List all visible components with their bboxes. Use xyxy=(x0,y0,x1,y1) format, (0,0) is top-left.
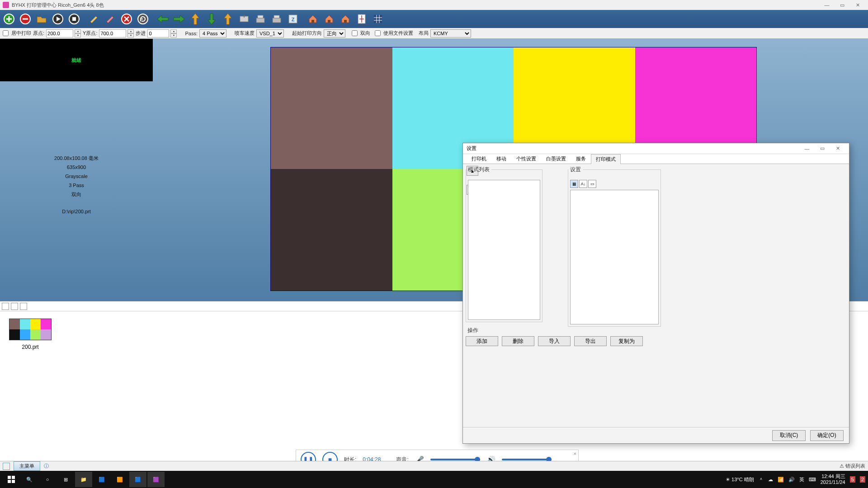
mode-settings-group: 设置 ▦ A↓ ▭ xyxy=(568,166,661,327)
clock[interactable]: 12:44 周三 2021/11/24 xyxy=(821,474,845,485)
thumb-tool-1[interactable] xyxy=(2,303,9,310)
svg-rect-21 xyxy=(8,480,11,483)
import-button[interactable]: 导入 xyxy=(538,336,571,346)
home2-button[interactable] xyxy=(322,12,336,26)
origin-y-input[interactable] xyxy=(99,29,126,38)
printer1-button[interactable] xyxy=(253,12,268,26)
add-button[interactable]: 添加 xyxy=(466,336,498,346)
close-button[interactable]: ✕ xyxy=(850,0,865,9)
dialog-cancel-button[interactable]: 取消(C) xyxy=(772,430,806,441)
main-menu-button[interactable]: 主菜单 xyxy=(14,461,40,471)
step-down[interactable]: ▾ xyxy=(170,33,177,38)
edit-button[interactable] xyxy=(87,12,101,26)
tab-printmode[interactable]: 打印模式 xyxy=(591,154,621,164)
direction-select[interactable]: 正向 xyxy=(324,29,345,38)
move-up-alt-button[interactable] xyxy=(221,12,235,26)
dialog-titlebar[interactable]: 设置 — ▭ ✕ xyxy=(463,143,849,154)
tray-notif-2[interactable]: 2 xyxy=(860,476,865,483)
refresh-button[interactable] xyxy=(136,12,150,26)
tab-service[interactable]: 服务 xyxy=(571,154,591,164)
move-down-button[interactable] xyxy=(204,12,219,26)
tab-whiteink[interactable]: 白墨设置 xyxy=(541,154,571,164)
tray-wifi-icon[interactable]: 📶 xyxy=(778,477,784,483)
mic-slider[interactable] xyxy=(430,459,480,460)
tray-volume-icon[interactable]: 🔊 xyxy=(788,477,795,483)
mode-listbox[interactable] xyxy=(468,180,540,320)
stop-button[interactable] xyxy=(67,12,81,26)
home3-button[interactable] xyxy=(338,12,353,26)
dialog-close[interactable]: ✕ xyxy=(830,144,845,154)
origin-y-down[interactable]: ▾ xyxy=(127,33,134,38)
main-toolbar: Z xyxy=(0,10,868,28)
explorer-button[interactable]: 📁 xyxy=(75,472,92,487)
volume-slider[interactable] xyxy=(502,459,552,460)
delete-button[interactable]: 删除 xyxy=(502,336,534,346)
cortana-button[interactable]: ○ xyxy=(39,472,56,487)
remove-job-button[interactable] xyxy=(18,12,33,26)
thumbnail-item[interactable]: 200.prt xyxy=(9,319,52,350)
taskbar-app-1[interactable]: 🟦 xyxy=(93,472,110,487)
origin-y-up[interactable]: ▴ xyxy=(127,29,134,33)
prop-sort-icon[interactable]: A↓ xyxy=(579,180,587,188)
origin-x-up[interactable]: ▴ xyxy=(75,29,81,33)
copyas-button[interactable]: 复制为 xyxy=(610,336,643,346)
tab-personal[interactable]: 个性设置 xyxy=(511,154,541,164)
move-up-button[interactable] xyxy=(188,12,203,26)
property-grid[interactable] xyxy=(570,190,659,324)
tab-printer[interactable]: 打印机 xyxy=(467,154,491,164)
cancel-button[interactable] xyxy=(119,12,134,26)
layout-select[interactable]: KCMY xyxy=(430,29,471,38)
measure-button[interactable] xyxy=(354,12,369,26)
centered-print-checkbox[interactable] xyxy=(3,30,9,36)
dialog-minimize[interactable]: — xyxy=(799,144,815,154)
app-icon xyxy=(3,2,9,8)
step-up[interactable]: ▴ xyxy=(170,29,177,33)
dialog-ok-button[interactable]: 确定(O) xyxy=(810,430,844,441)
maximize-button[interactable]: ▭ xyxy=(835,0,850,9)
home1-button[interactable] xyxy=(306,12,320,26)
play-button[interactable] xyxy=(51,12,65,26)
thumb-tool-2[interactable] xyxy=(11,303,18,310)
dialog-maximize[interactable]: ▭ xyxy=(815,144,830,154)
usefile-checkbox[interactable] xyxy=(375,30,381,36)
pass-select[interactable]: 4 Pass xyxy=(199,29,226,38)
thumb-tool-3[interactable] xyxy=(20,303,27,310)
taskbar-app-3[interactable]: 🟦 xyxy=(129,472,146,487)
weather-widget[interactable]: ☀ 13°C 晴朗 xyxy=(726,476,754,483)
search-button[interactable]: 🔍 xyxy=(21,472,38,487)
statusbar-icon[interactable] xyxy=(3,463,10,470)
grid-button[interactable] xyxy=(371,12,385,26)
move-right-button[interactable] xyxy=(172,12,186,26)
printer2-button[interactable] xyxy=(269,12,284,26)
start-button[interactable] xyxy=(3,472,20,487)
clear-button[interactable] xyxy=(103,12,118,26)
tray-ime[interactable]: 英 xyxy=(799,476,804,483)
tray-cloud-icon[interactable]: ☁ xyxy=(768,477,773,483)
speed-select[interactable]: VSD_1 xyxy=(256,29,284,38)
minimize-button[interactable]: — xyxy=(819,0,835,9)
origin-x-input[interactable] xyxy=(46,29,73,38)
feed-button[interactable] xyxy=(237,12,251,26)
prop-page-icon[interactable]: ▭ xyxy=(588,180,596,188)
z-axis-button[interactable]: Z xyxy=(286,12,300,26)
media-close-icon[interactable]: × xyxy=(574,451,576,456)
taskbar-app-4[interactable]: 🟪 xyxy=(147,472,165,487)
bidir-checkbox[interactable] xyxy=(352,30,358,36)
step-input[interactable] xyxy=(147,29,169,38)
prop-cat-icon[interactable]: ▦ xyxy=(570,180,578,188)
tray-keyboard-icon[interactable]: ⌨ xyxy=(809,477,816,483)
pass-label: Pass: xyxy=(185,31,198,36)
statusbar-info-icon[interactable]: ⓘ xyxy=(44,463,49,469)
taskview-button[interactable]: ⊞ xyxy=(57,472,74,487)
taskbar-app-2[interactable]: 🟧 xyxy=(111,472,128,487)
open-button[interactable] xyxy=(34,12,49,26)
add-job-button[interactable] xyxy=(2,12,16,26)
tab-move[interactable]: 移动 xyxy=(491,154,511,164)
app-titlebar: BYHX 打印管理中心 Ricoh_Gen6 4头 8色 — ▭ ✕ xyxy=(0,0,868,10)
export-button[interactable]: 导出 xyxy=(574,336,607,346)
tray-notif-1[interactable]: 5 xyxy=(850,476,855,483)
move-left-button[interactable] xyxy=(156,12,170,26)
tray-chevron-icon[interactable]: ＾ xyxy=(759,476,764,483)
origin-x-down[interactable]: ▾ xyxy=(75,33,81,38)
error-list-button[interactable]: ⚠ 错误列表 xyxy=(840,463,865,469)
